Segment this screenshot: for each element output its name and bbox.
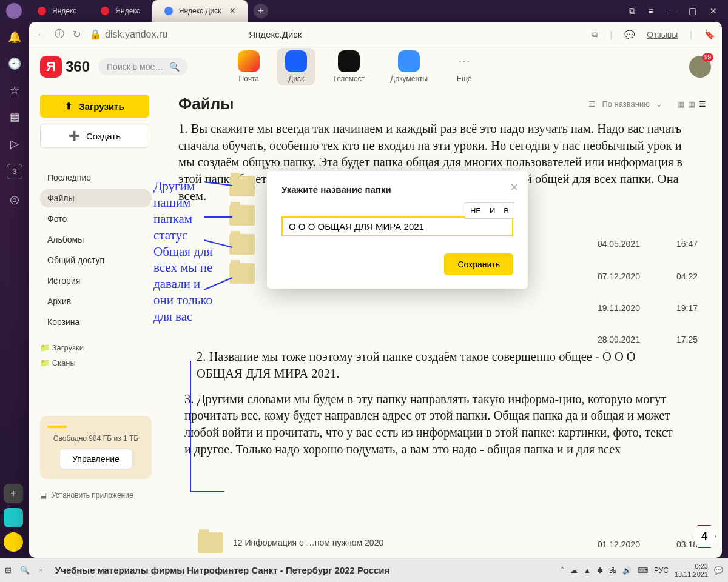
nav-scans[interactable]: Сканы <box>40 358 152 367</box>
install-link[interactable]: ⬓Установить приложение <box>40 491 152 500</box>
back-icon[interactable]: ← <box>36 29 46 40</box>
view-grid-icon[interactable]: ▦ <box>688 99 695 109</box>
nav-sub: Загрузки Сканы <box>40 343 152 367</box>
nav-recent[interactable]: Последние <box>40 169 152 187</box>
new-tab-button[interactable]: + <box>254 4 268 18</box>
service-docs[interactable]: Документы <box>382 48 436 85</box>
folder-icon[interactable] <box>229 176 255 196</box>
launcher-dock: + <box>4 484 23 552</box>
counter-icon[interactable]: 3 <box>7 164 22 179</box>
browser-window: ← ⓘ ↻ 🔒disk.yandex.ru Яндекс.Диск ⧉| 💬 О… <box>29 22 722 558</box>
nav-trash[interactable]: Корзина <box>40 313 152 331</box>
service-more[interactable]: ⋯Ещё <box>445 48 484 85</box>
notification-badge: 99 <box>702 53 713 61</box>
service-telemost[interactable]: Телемост <box>324 48 373 85</box>
tray-icon[interactable]: ✱ <box>597 566 603 575</box>
logo[interactable]: Я 360 <box>40 56 90 78</box>
sort-control[interactable]: ☰По названию⌄ ▦▦☰ <box>588 99 706 109</box>
manage-button[interactable]: Управление <box>59 449 132 469</box>
nav-archive[interactable]: Архив <box>40 292 152 310</box>
language-indicator[interactable]: РУС <box>654 566 669 575</box>
folder-icon[interactable] <box>229 234 255 255</box>
weather-icon[interactable]: ☁ <box>570 566 578 575</box>
file-meta-row: 07.12.202004:22 <box>598 272 698 281</box>
start-icon[interactable]: ⊞ <box>5 566 12 575</box>
copy-icon[interactable]: ⧉ <box>592 29 598 39</box>
sort-icon: ☰ <box>588 99 596 109</box>
folder-name-input[interactable] <box>281 216 513 236</box>
chevron-down-icon: ⌄ <box>656 99 662 109</box>
view-tiles-icon[interactable]: ▦ <box>677 99 684 109</box>
alice-icon[interactable] <box>4 532 23 552</box>
file-row[interactable]: 12 Информация о …ном нужном 2020 <box>198 532 383 553</box>
network-icon[interactable]: 🖧 <box>609 566 616 575</box>
menu-icon[interactable]: ≡ <box>649 6 653 16</box>
shield-icon[interactable]: ⓘ <box>55 28 64 41</box>
upload-button[interactable]: ⬆Загрузить <box>40 95 149 118</box>
tray-chevron-icon[interactable]: ˄ <box>561 566 564 575</box>
mail-icon <box>238 50 260 72</box>
nav-shared[interactable]: Общий доступ <box>40 251 152 269</box>
url-text: disk.yandex.ru <box>105 29 167 40</box>
folder-icon[interactable] <box>229 205 255 226</box>
folder-icon[interactable] <box>229 263 255 284</box>
url-box[interactable]: 🔒disk.yandex.ru <box>89 28 167 40</box>
app-shortcut[interactable] <box>4 508 23 527</box>
sidebar-toggle-icon[interactable]: ⧉ <box>629 6 635 16</box>
system-clock[interactable]: 0:2318.11.2021 <box>675 563 708 577</box>
save-button[interactable]: Сохранить <box>444 253 513 275</box>
maximize-icon[interactable]: ▢ <box>689 6 696 16</box>
keyboard-icon[interactable]: ⌨ <box>638 566 648 575</box>
browser-tab-active[interactable]: Яндекс.Диск× <box>152 0 248 22</box>
view-list-icon[interactable]: ☰ <box>699 99 706 109</box>
play-icon[interactable]: ▷ <box>10 137 19 150</box>
nav-history[interactable]: История <box>40 272 152 290</box>
profile-avatar[interactable] <box>6 3 22 19</box>
star-icon[interactable]: ☆ <box>10 84 19 97</box>
storage-bar <box>47 426 67 428</box>
footer-caption: Учебные материалы фирмы Нитрофинтер Санк… <box>55 565 389 575</box>
nav-albums[interactable]: Альбомы <box>40 230 152 249</box>
nav-files[interactable]: Файлы <box>40 189 152 207</box>
nav-downloads[interactable]: Загрузки <box>40 343 152 352</box>
file-meta-row: 19.11.202019:17 <box>598 303 698 313</box>
cortana-icon[interactable]: ○ <box>38 566 43 575</box>
volume-icon[interactable]: 🔊 <box>622 566 632 575</box>
user-avatar[interactable]: 99 <box>689 56 711 78</box>
collection-icon[interactable]: ▤ <box>10 110 20 124</box>
tray-icon[interactable]: ▲ <box>584 566 591 575</box>
service-mail[interactable]: Почта <box>229 48 268 85</box>
browser-sidebar: 🔔 🕘 ☆ ▤ ▷ 3 ◎ <box>0 22 29 558</box>
taskbar-search-icon[interactable]: 🔍 <box>20 566 30 575</box>
os-taskbar: ⊞ 🔍 ○ Учебные материалы фирмы Нитрофинте… <box>0 558 728 582</box>
search-placeholder: Поиск в моё… <box>107 62 163 72</box>
close-window-icon[interactable]: ✕ <box>710 6 717 16</box>
modal-close-icon[interactable]: × <box>510 179 518 195</box>
file-meta-row: 28.09.202117:25 <box>598 335 698 344</box>
notifications-icon[interactable]: 💬 <box>714 566 723 575</box>
file-name: 12 Информация о …ном нужном 2020 <box>233 538 383 547</box>
main-area: Файлы ☰По названию⌄ ▦▦☰ 1. Вы скажите мы… <box>163 86 722 558</box>
add-app-icon[interactable]: + <box>4 484 23 503</box>
search-input[interactable]: Поиск в моё…🔍 <box>98 58 188 75</box>
nav-list: Последние Файлы Фото Альбомы Общий досту… <box>40 169 152 331</box>
close-icon[interactable]: × <box>230 5 235 16</box>
ime-suggestions[interactable]: НЕИВ <box>465 202 514 219</box>
camera-icon[interactable]: ◎ <box>10 193 19 206</box>
bookmark-icon[interactable]: 🔖 <box>704 30 715 39</box>
browser-tab[interactable]: Яндекс <box>25 0 89 22</box>
app-header: Я 360 Поиск в моё…🔍 Почта Диск Телемост … <box>29 47 722 86</box>
service-disk[interactable]: Диск <box>277 48 315 85</box>
disk-icon <box>285 50 307 72</box>
bell-icon[interactable]: 🔔 <box>8 30 21 44</box>
left-panel: ⬆Загрузить ➕Создать Последние Файлы Фото… <box>29 86 163 558</box>
lock-icon: 🔒 <box>89 28 101 40</box>
create-folder-modal: Укажите название папки × НЕИВ Сохранить <box>267 171 528 289</box>
create-button[interactable]: ➕Создать <box>40 124 149 148</box>
reviews-link[interactable]: Отзывы <box>647 30 678 39</box>
nav-photo[interactable]: Фото <box>40 210 152 228</box>
minimize-icon[interactable]: — <box>667 6 675 16</box>
clock-icon[interactable]: 🕘 <box>8 57 21 70</box>
reload-icon[interactable]: ↻ <box>73 28 81 40</box>
browser-tab[interactable]: Яндекс <box>89 0 152 22</box>
